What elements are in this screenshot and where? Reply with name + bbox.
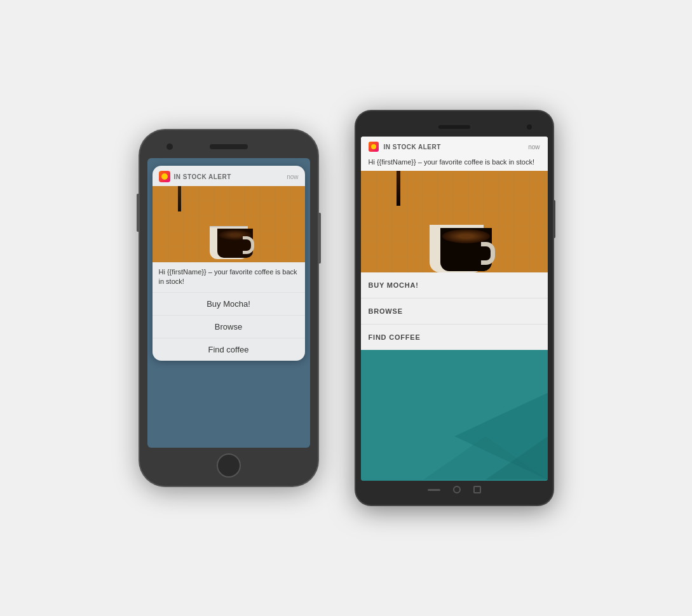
android-back-btn[interactable]	[428, 489, 440, 491]
android-coffee-foam	[442, 229, 490, 243]
android-recents-btn[interactable]	[473, 486, 481, 493]
iphone-notif-image	[153, 186, 305, 262]
coffee-stream	[178, 186, 181, 211]
iphone-action-browse[interactable]: Browse	[153, 316, 305, 338]
iphone-device: IN STOCK ALERT now	[140, 130, 318, 486]
iphone-home-button[interactable]	[217, 453, 241, 478]
cup-body	[210, 226, 248, 259]
android-app-icon	[369, 142, 379, 152]
android-action-browse[interactable]: BROWSE	[361, 298, 548, 325]
iphone-notif-actions: Buy Mocha! Browse Find coffee	[153, 293, 305, 361]
android-coffee-stream	[397, 171, 400, 206]
iphone-notif-time: now	[287, 173, 298, 180]
coffee-cup	[203, 218, 254, 259]
iphone-notif-message: Hi {{firstName}} – your favorite coffee …	[153, 262, 305, 293]
android-camera	[527, 124, 532, 130]
android-notification-card: IN STOCK ALERT now Hi {{firstName}} – yo…	[361, 137, 548, 350]
android-notif-image	[361, 171, 548, 272]
android-screen-bottom	[361, 392, 548, 481]
android-cup-handle	[481, 242, 495, 265]
android-notif-time: now	[528, 144, 539, 151]
iphone-camera	[166, 144, 173, 150]
android-screen: IN STOCK ALERT now Hi {{firstName}} – yo…	[361, 137, 548, 481]
android-cup-body	[430, 225, 484, 272]
app-icon-inner	[161, 173, 168, 180]
android-home-btn[interactable]	[453, 486, 461, 493]
android-app-name: IN STOCK ALERT	[384, 144, 524, 151]
iphone-screen: IN STOCK ALERT now	[147, 158, 310, 448]
iphone-action-buy-mocha[interactable]: Buy Mocha!	[153, 293, 305, 316]
android-device: IN STOCK ALERT now Hi {{firstName}} – yo…	[356, 111, 553, 505]
android-coffee-scene	[361, 171, 548, 272]
iphone-notif-header: IN STOCK ALERT now	[153, 166, 305, 186]
iphone-app-name: IN STOCK ALERT	[174, 173, 283, 180]
android-speaker	[438, 125, 470, 129]
android-bottom-bar	[361, 481, 548, 499]
android-action-find-coffee[interactable]: FIND COFFEE	[361, 325, 548, 350]
android-notif-actions: BUY MOCHA! BROWSE FIND COFFEE	[361, 272, 548, 350]
iphone-notification-card: IN STOCK ALERT now	[153, 166, 305, 361]
iphone-action-find-coffee[interactable]: Find coffee	[153, 338, 305, 361]
android-action-buy-mocha[interactable]: BUY MOCHA!	[361, 272, 548, 298]
iphone-bottom-bar	[147, 453, 310, 478]
android-icon-inner	[371, 144, 376, 149]
android-notif-message: Hi {{firstName}} – your favorite coffee …	[361, 156, 548, 171]
phones-container: IN STOCK ALERT now	[0, 0, 692, 616]
android-top-bar	[361, 117, 548, 137]
app-icon	[159, 171, 170, 182]
android-geo-pattern	[361, 392, 548, 481]
iphone-coffee-scene	[153, 186, 305, 262]
android-notif-header: IN STOCK ALERT now	[361, 137, 548, 156]
android-cup-wrapper	[420, 184, 496, 272]
iphone-top-bar	[147, 138, 310, 156]
iphone-speaker	[210, 144, 248, 149]
